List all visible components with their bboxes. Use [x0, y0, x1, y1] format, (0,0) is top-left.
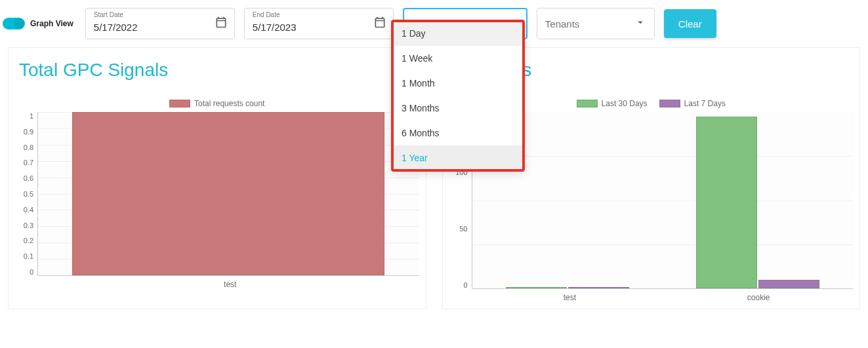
- tenants-placeholder: Tenants: [545, 18, 580, 29]
- x-axis: test: [15, 280, 419, 289]
- x-tick: cookie: [664, 293, 853, 302]
- bar: [758, 280, 819, 288]
- range-option[interactable]: 1 Year: [392, 145, 524, 170]
- legend-swatch: [659, 100, 680, 107]
- y-tick: 50: [459, 225, 467, 233]
- panel-title: Total GPC Signals: [19, 60, 419, 81]
- range-dropdown[interactable]: 1 Day1 Week1 Month3 Months6 Months1 Year: [392, 21, 524, 170]
- y-tick: 0: [463, 281, 467, 289]
- toggle-label: Graph View: [30, 19, 73, 28]
- x-tick: test: [476, 293, 665, 302]
- category: [663, 112, 853, 288]
- y-tick: 0.6: [24, 174, 33, 182]
- calendar-icon[interactable]: [215, 16, 228, 31]
- range-option[interactable]: 1 Week: [392, 46, 524, 71]
- panel-total-gpc: Total GPC Signals Total requests count10…: [8, 47, 426, 309]
- start-date-label: Start Date: [94, 11, 123, 18]
- y-tick: 0.1: [24, 252, 33, 260]
- y-tick: 0.9: [24, 128, 33, 136]
- clear-button[interactable]: Clear: [664, 9, 716, 38]
- start-date-field[interactable]: Start Date 5/17/2022: [85, 8, 235, 39]
- chart-legend: Total requests count: [15, 99, 419, 108]
- tenants-select[interactable]: Tenants: [537, 8, 655, 39]
- category: [38, 112, 419, 275]
- y-tick: 0.7: [24, 159, 33, 166]
- legend-item: Last 7 Days: [659, 99, 726, 108]
- y-tick: 0.5: [24, 190, 33, 198]
- y-axis: 10.90.80.70.60.50.40.30.20.10: [15, 112, 37, 276]
- legend-item: Total requests count: [169, 99, 264, 108]
- chart-total-gpc: Total requests count10.90.80.70.60.50.40…: [15, 99, 419, 289]
- bar: [568, 287, 629, 288]
- end-date-value: 5/17/2023: [253, 22, 297, 33]
- chevron-down-icon: [634, 16, 646, 31]
- y-tick: 0.8: [24, 144, 33, 151]
- legend-swatch: [169, 100, 190, 107]
- plot-area: [472, 112, 854, 289]
- view-toggle[interactable]: Graph View: [3, 18, 73, 29]
- y-tick: 0.4: [24, 206, 33, 214]
- calendar-icon[interactable]: [373, 16, 386, 31]
- x-axis: testcookie: [449, 293, 854, 302]
- y-tick: 1: [30, 112, 33, 120]
- legend-item: Last 30 Days: [577, 99, 648, 108]
- bar: [72, 112, 384, 275]
- legend-swatch: [577, 100, 598, 107]
- range-option[interactable]: 1 Month: [392, 71, 524, 96]
- legend-label: Last 30 Days: [602, 99, 648, 108]
- start-date-value: 5/17/2022: [94, 22, 138, 33]
- range-option[interactable]: 6 Months: [392, 121, 524, 145]
- legend-label: Last 7 Days: [684, 99, 726, 108]
- y-tick: 0.3: [24, 222, 33, 229]
- bar: [696, 117, 757, 288]
- y-tick: 0: [30, 268, 33, 276]
- end-date-label: End Date: [253, 11, 280, 18]
- plot-area: [37, 112, 419, 276]
- bar: [506, 287, 567, 288]
- legend-label: Total requests count: [194, 99, 264, 108]
- end-date-field[interactable]: End Date 5/17/2023: [244, 8, 394, 39]
- range-option[interactable]: 1 Day: [392, 21, 524, 46]
- range-option[interactable]: 3 Months: [392, 96, 524, 121]
- x-tick: test: [41, 280, 419, 289]
- y-tick: 0.2: [24, 237, 33, 244]
- toggle-switch[interactable]: [3, 18, 25, 29]
